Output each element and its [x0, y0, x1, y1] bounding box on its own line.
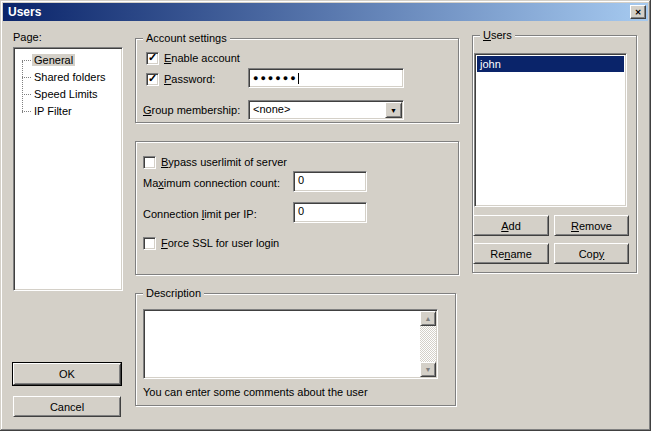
check-icon: ✓ — [148, 73, 157, 84]
ok-button[interactable]: OK — [13, 363, 121, 385]
password-input[interactable]: ●●●●●● — [248, 68, 404, 88]
group-membership-label: Group membership: — [143, 104, 240, 116]
password-label: Password: — [164, 73, 215, 85]
force-ssl-checkbox[interactable] — [143, 237, 156, 250]
account-settings-title: Account settings — [143, 32, 230, 45]
force-ssl-label: Force SSL for user login — [161, 237, 279, 249]
tree-item-shared-folders[interactable]: Shared folders — [14, 69, 122, 86]
connection-limit-per-ip-label: Connection limit per IP: — [143, 208, 257, 220]
chevron-down-icon: ▼ — [390, 102, 397, 119]
rename-button[interactable]: Rename — [473, 243, 549, 264]
scroll-up-button[interactable]: ▲ — [420, 311, 436, 326]
page-label: Page: — [13, 31, 42, 43]
description-hint: You can enter some comments about the us… — [143, 386, 368, 398]
users-listbox[interactable]: john — [474, 53, 627, 207]
remove-button[interactable]: Remove — [554, 215, 629, 236]
scroll-down-icon: ▼ — [425, 366, 432, 373]
password-value: ●●●●●● — [253, 73, 298, 83]
users-group-title: Users — [480, 29, 515, 42]
connection-limit-per-ip-input[interactable]: 0 — [293, 202, 367, 223]
copy-button[interactable]: Copy — [554, 243, 629, 264]
description-textarea[interactable]: ▲ ▼ — [143, 309, 438, 379]
close-button[interactable]: ✕ — [630, 5, 646, 19]
bypass-userlimit-label: Bypass userlimit of server — [161, 156, 287, 168]
description-scrollbar[interactable]: ▲ ▼ — [420, 311, 436, 377]
group-membership-value: <none> — [253, 103, 290, 115]
scroll-down-button[interactable]: ▼ — [420, 362, 436, 377]
page-tree[interactable]: General Shared folders Speed Limits IP F… — [13, 47, 123, 291]
description-title: Description — [143, 287, 204, 300]
text-caret — [298, 73, 299, 84]
max-connection-count-label: Maximum connection count: — [143, 177, 280, 189]
tree-item-speed-limits[interactable]: Speed Limits — [14, 86, 122, 103]
window-title: Users — [8, 5, 41, 19]
enable-account-checkbox[interactable]: ✓ — [146, 52, 159, 65]
users-dialog: Users ✕ Page: General Shared folders Spe… — [0, 0, 651, 431]
add-button[interactable]: Add — [473, 215, 549, 236]
scroll-up-icon: ▲ — [425, 315, 432, 322]
dropdown-button[interactable]: ▼ — [385, 102, 402, 118]
bypass-userlimit-checkbox[interactable] — [143, 156, 156, 169]
max-connection-count-input[interactable]: 0 — [293, 171, 367, 192]
enable-account-label: Enable account — [164, 52, 240, 64]
title-bar[interactable]: Users ✕ — [3, 3, 648, 21]
user-list-item[interactable]: john — [477, 56, 624, 72]
check-icon: ✓ — [148, 52, 157, 63]
close-icon: ✕ — [635, 8, 642, 17]
tree-item-general[interactable]: General — [14, 52, 122, 69]
group-membership-select[interactable]: <none> ▼ — [248, 100, 404, 120]
password-checkbox[interactable]: ✓ — [146, 73, 159, 86]
cancel-button[interactable]: Cancel — [13, 396, 121, 417]
tree-item-ip-filter[interactable]: IP Filter — [14, 103, 122, 120]
